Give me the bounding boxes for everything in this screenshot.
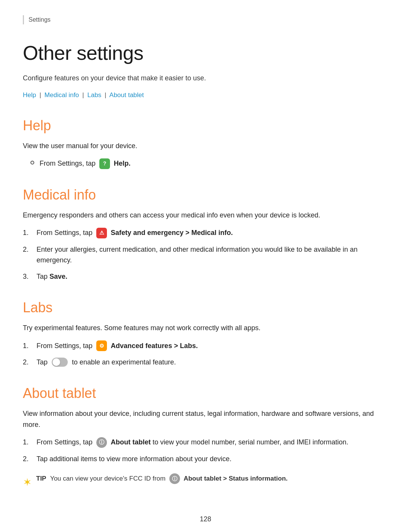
labs-step-1: 1. From Settings, tap ⚙ Advanced feature… (23, 340, 388, 351)
page-number: 128 (23, 514, 388, 524)
bullet-icon (30, 161, 34, 165)
section-body-labs: Try experimental features. Some features… (23, 323, 388, 334)
nav-link-help[interactable]: Help (23, 91, 36, 99)
about-step-1: 1. From Settings, tap ⓘ About tablet to … (23, 437, 388, 448)
section-body-help: View the user manual for your device. (23, 141, 388, 152)
safety-app-icon: ⚠ (96, 228, 107, 238)
section-labs: Labs Try experimental features. Some fea… (23, 297, 388, 368)
help-app-icon: ? (99, 158, 110, 169)
help-step-1: From Settings, tap ? Help. (23, 158, 388, 169)
tip-bulb-icon: ✶ (23, 474, 32, 491)
medical-step-1: 1. From Settings, tap ⚠ Safety and emerg… (23, 227, 388, 238)
section-medical: Medical info Emergency responders and ot… (23, 185, 388, 282)
breadcrumb: Settings (23, 15, 388, 24)
section-body-medical: Emergency responders and others can acce… (23, 210, 388, 221)
section-about: About tablet View information about your… (23, 383, 388, 491)
about-app-icon-1: ⓘ (96, 437, 107, 448)
toggle-switch-icon (52, 358, 68, 367)
nav-link-about[interactable]: About tablet (109, 91, 144, 99)
section-help: Help View the user manual for your devic… (23, 115, 388, 169)
section-title-help: Help (23, 115, 388, 136)
medical-step-2: 2. Enter your allergies, current medicat… (23, 244, 388, 266)
labs-step-2: 2. Tap to enable an experimental feature… (23, 357, 388, 368)
section-title-about: About tablet (23, 383, 388, 404)
about-step-2: 2. Tap additional items to view more inf… (23, 454, 388, 465)
nav-links: Help | Medical info | Labs | About table… (23, 90, 388, 100)
medical-step-3: 3. Tap Save. (23, 271, 388, 282)
nav-link-medical[interactable]: Medical info (45, 91, 79, 99)
tip-box: ✶ TIP You can view your device's FCC ID … (23, 473, 388, 491)
page-title: Other settings (23, 38, 388, 68)
section-title-labs: Labs (23, 297, 388, 318)
about-app-icon-2: ⓘ (169, 473, 180, 484)
labs-app-icon: ⚙ (96, 340, 107, 351)
page-subtitle: Configure features on your device that m… (23, 73, 388, 83)
nav-link-labs[interactable]: Labs (87, 91, 101, 99)
section-body-about: View information about your device, incl… (23, 408, 388, 430)
section-title-medical: Medical info (23, 185, 388, 205)
